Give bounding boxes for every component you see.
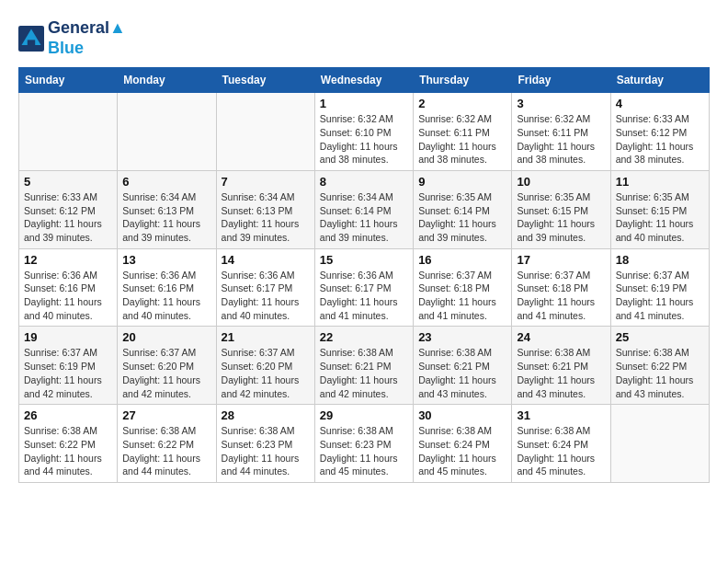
day-cell: 1Sunrise: 6:32 AMSunset: 6:10 PMDaylight… xyxy=(314,93,413,171)
day-info: Sunrise: 6:37 AMSunset: 6:18 PMDaylight:… xyxy=(517,269,605,323)
day-cell: 24Sunrise: 6:38 AMSunset: 6:21 PMDayligh… xyxy=(512,327,610,405)
day-cell: 21Sunrise: 6:37 AMSunset: 6:20 PMDayligh… xyxy=(216,327,314,405)
day-cell: 31Sunrise: 6:38 AMSunset: 6:24 PMDayligh… xyxy=(512,405,610,483)
day-info: Sunrise: 6:37 AMSunset: 6:18 PMDaylight:… xyxy=(418,269,506,323)
day-info: Sunrise: 6:36 AMSunset: 6:17 PMDaylight:… xyxy=(222,269,310,323)
day-cell xyxy=(19,93,118,171)
svg-rect-2 xyxy=(28,40,35,45)
day-info: Sunrise: 6:36 AMSunset: 6:16 PMDaylight:… xyxy=(122,269,210,323)
weekday-saturday: Saturday xyxy=(610,68,709,93)
day-cell: 30Sunrise: 6:38 AMSunset: 6:24 PMDayligh… xyxy=(414,405,512,483)
day-number: 15 xyxy=(320,253,408,267)
day-number: 19 xyxy=(24,330,112,344)
day-info: Sunrise: 6:35 AMSunset: 6:15 PMDaylight:… xyxy=(517,190,605,245)
weekday-tuesday: Tuesday xyxy=(216,68,314,93)
day-number: 24 xyxy=(517,330,605,344)
day-cell: 9Sunrise: 6:35 AMSunset: 6:14 PMDaylight… xyxy=(414,170,512,248)
day-info: Sunrise: 6:37 AMSunset: 6:19 PMDaylight:… xyxy=(616,269,704,323)
day-number: 12 xyxy=(24,253,112,267)
day-info: Sunrise: 6:34 AMSunset: 6:13 PMDaylight:… xyxy=(222,190,310,245)
day-cell: 16Sunrise: 6:37 AMSunset: 6:18 PMDayligh… xyxy=(414,248,512,327)
day-cell: 10Sunrise: 6:35 AMSunset: 6:15 PMDayligh… xyxy=(512,170,610,248)
day-number: 6 xyxy=(122,175,210,189)
day-info: Sunrise: 6:32 AMSunset: 6:11 PMDaylight:… xyxy=(517,112,605,167)
day-cell: 11Sunrise: 6:35 AMSunset: 6:15 PMDayligh… xyxy=(610,170,709,248)
day-info: Sunrise: 6:38 AMSunset: 6:21 PMDaylight:… xyxy=(320,346,408,400)
day-number: 21 xyxy=(222,330,310,344)
day-info: Sunrise: 6:37 AMSunset: 6:20 PMDaylight:… xyxy=(122,346,210,400)
day-number: 22 xyxy=(320,330,408,344)
day-cell: 22Sunrise: 6:38 AMSunset: 6:21 PMDayligh… xyxy=(314,327,413,405)
day-info: Sunrise: 6:38 AMSunset: 6:21 PMDaylight:… xyxy=(418,346,506,400)
day-cell xyxy=(216,93,314,171)
day-number: 10 xyxy=(517,175,605,189)
day-info: Sunrise: 6:36 AMSunset: 6:16 PMDaylight:… xyxy=(24,269,112,323)
day-number: 17 xyxy=(517,253,605,267)
day-cell: 28Sunrise: 6:38 AMSunset: 6:23 PMDayligh… xyxy=(216,405,314,483)
day-info: Sunrise: 6:35 AMSunset: 6:15 PMDaylight:… xyxy=(616,190,704,245)
day-number: 16 xyxy=(418,253,506,267)
day-number: 31 xyxy=(517,408,605,422)
week-row-4: 19Sunrise: 6:37 AMSunset: 6:19 PMDayligh… xyxy=(19,327,710,405)
weekday-header-row: SundayMondayTuesdayWednesdayThursdayFrid… xyxy=(19,68,710,93)
day-info: Sunrise: 6:32 AMSunset: 6:10 PMDaylight:… xyxy=(320,112,408,167)
calendar: SundayMondayTuesdayWednesdayThursdayFrid… xyxy=(18,67,710,483)
day-number: 2 xyxy=(418,97,506,110)
week-row-2: 5Sunrise: 6:33 AMSunset: 6:12 PMDaylight… xyxy=(19,170,710,248)
day-number: 1 xyxy=(320,97,408,110)
day-info: Sunrise: 6:38 AMSunset: 6:23 PMDaylight:… xyxy=(222,424,310,478)
main-container: General▲ Blue SundayMondayTuesdayWednesd… xyxy=(0,0,728,492)
day-cell: 5Sunrise: 6:33 AMSunset: 6:12 PMDaylight… xyxy=(19,170,118,248)
day-cell xyxy=(610,405,709,483)
week-row-5: 26Sunrise: 6:38 AMSunset: 6:22 PMDayligh… xyxy=(19,405,710,483)
day-cell: 14Sunrise: 6:36 AMSunset: 6:17 PMDayligh… xyxy=(216,248,314,327)
day-cell: 18Sunrise: 6:37 AMSunset: 6:19 PMDayligh… xyxy=(610,248,709,327)
day-number: 7 xyxy=(222,175,310,189)
day-number: 3 xyxy=(517,97,605,110)
day-cell: 26Sunrise: 6:38 AMSunset: 6:22 PMDayligh… xyxy=(19,405,118,483)
day-info: Sunrise: 6:33 AMSunset: 6:12 PMDaylight:… xyxy=(24,190,112,245)
day-cell: 23Sunrise: 6:38 AMSunset: 6:21 PMDayligh… xyxy=(414,327,512,405)
weekday-friday: Friday xyxy=(512,68,610,93)
day-cell: 8Sunrise: 6:34 AMSunset: 6:14 PMDaylight… xyxy=(314,170,413,248)
day-cell: 4Sunrise: 6:33 AMSunset: 6:12 PMDaylight… xyxy=(610,93,709,171)
day-cell: 29Sunrise: 6:38 AMSunset: 6:23 PMDayligh… xyxy=(314,405,413,483)
day-cell: 27Sunrise: 6:38 AMSunset: 6:22 PMDayligh… xyxy=(118,405,216,483)
day-info: Sunrise: 6:37 AMSunset: 6:19 PMDaylight:… xyxy=(24,346,112,400)
day-number: 13 xyxy=(122,253,210,267)
day-cell: 15Sunrise: 6:36 AMSunset: 6:17 PMDayligh… xyxy=(314,248,413,327)
day-number: 25 xyxy=(616,330,704,344)
day-number: 26 xyxy=(24,408,112,422)
day-number: 9 xyxy=(418,175,506,189)
day-cell: 2Sunrise: 6:32 AMSunset: 6:11 PMDaylight… xyxy=(414,93,512,171)
weekday-monday: Monday xyxy=(118,68,216,93)
day-number: 18 xyxy=(616,253,704,267)
day-number: 8 xyxy=(320,175,408,189)
day-number: 4 xyxy=(616,97,704,110)
day-cell: 20Sunrise: 6:37 AMSunset: 6:20 PMDayligh… xyxy=(118,327,216,405)
day-number: 28 xyxy=(222,408,310,422)
day-cell: 12Sunrise: 6:36 AMSunset: 6:16 PMDayligh… xyxy=(19,248,118,327)
week-row-3: 12Sunrise: 6:36 AMSunset: 6:16 PMDayligh… xyxy=(19,248,710,327)
day-cell: 3Sunrise: 6:32 AMSunset: 6:11 PMDaylight… xyxy=(512,93,610,171)
day-info: Sunrise: 6:38 AMSunset: 6:24 PMDaylight:… xyxy=(517,424,605,478)
day-info: Sunrise: 6:32 AMSunset: 6:11 PMDaylight:… xyxy=(418,112,506,167)
day-cell: 13Sunrise: 6:36 AMSunset: 6:16 PMDayligh… xyxy=(118,248,216,327)
day-number: 5 xyxy=(24,175,112,189)
day-info: Sunrise: 6:38 AMSunset: 6:22 PMDaylight:… xyxy=(122,424,210,478)
day-info: Sunrise: 6:37 AMSunset: 6:20 PMDaylight:… xyxy=(222,346,310,400)
week-row-1: 1Sunrise: 6:32 AMSunset: 6:10 PMDaylight… xyxy=(19,93,710,171)
day-number: 11 xyxy=(616,175,704,189)
day-info: Sunrise: 6:38 AMSunset: 6:22 PMDaylight:… xyxy=(24,424,112,478)
day-cell: 7Sunrise: 6:34 AMSunset: 6:13 PMDaylight… xyxy=(216,170,314,248)
day-info: Sunrise: 6:38 AMSunset: 6:23 PMDaylight:… xyxy=(320,424,408,478)
day-info: Sunrise: 6:35 AMSunset: 6:14 PMDaylight:… xyxy=(418,190,506,245)
day-cell: 6Sunrise: 6:34 AMSunset: 6:13 PMDaylight… xyxy=(118,170,216,248)
day-cell: 17Sunrise: 6:37 AMSunset: 6:18 PMDayligh… xyxy=(512,248,610,327)
day-number: 23 xyxy=(418,330,506,344)
day-number: 30 xyxy=(418,408,506,422)
logo-icon xyxy=(18,26,44,52)
logo: General▲ Blue xyxy=(18,18,126,58)
logo-text: General▲ Blue xyxy=(48,18,126,58)
header: General▲ Blue xyxy=(18,18,710,58)
